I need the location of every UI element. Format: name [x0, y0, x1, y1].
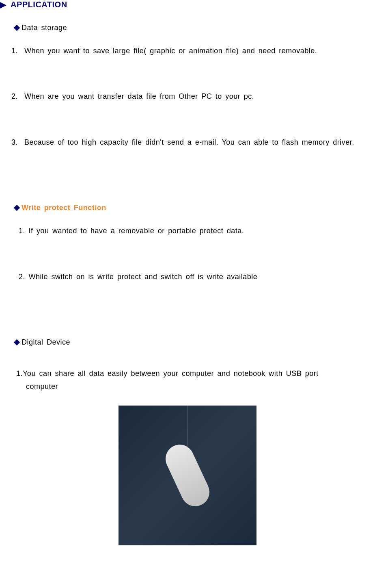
- subsection-label: Digital Device: [22, 338, 70, 347]
- list-text: When you want to save large file( graphi…: [24, 44, 375, 57]
- subsection-label: Write protect Function: [22, 204, 106, 212]
- list-number: 1.: [16, 367, 23, 380]
- list-text: 2. While switch on is write protect and …: [19, 273, 257, 281]
- subsection-data-storage: Data storage: [0, 24, 375, 32]
- list-item: 1. When you want to save large file( gra…: [0, 44, 375, 57]
- list-number: 2.: [11, 90, 18, 103]
- list-text: You can share all data easily between yo…: [23, 367, 319, 380]
- subsection-write-protect: Write protect Function: [0, 204, 375, 212]
- list-number: 1.: [11, 44, 18, 57]
- triangle-right-icon: [0, 2, 6, 9]
- list-text: When are you want transfer data file fro…: [24, 90, 375, 103]
- section-header: APPLICATION: [0, 0, 375, 9]
- product-image: [119, 406, 256, 545]
- list-item: 1. You can share all data easily between…: [0, 367, 375, 393]
- subsection-digital-device: Digital Device: [0, 338, 375, 347]
- product-image-container: [0, 406, 375, 547]
- diamond-icon: [14, 25, 20, 31]
- list-item: 2. When are you want transfer data file …: [0, 90, 375, 103]
- page-title: APPLICATION: [11, 0, 67, 9]
- list-text: computer: [16, 380, 375, 393]
- list-item: 3. Because of too high capacity file did…: [0, 136, 375, 149]
- list-item: 2. While switch on is write protect and …: [0, 270, 375, 283]
- subsection-label: Data storage: [22, 24, 67, 32]
- list-text: Because of too high capacity file didn't…: [24, 136, 375, 149]
- list-number: 3.: [11, 136, 18, 149]
- list-text: 1. If you wanted to have a removable or …: [19, 227, 244, 235]
- diamond-icon: [14, 339, 20, 346]
- list-item: 1. If you wanted to have a removable or …: [0, 224, 375, 237]
- diamond-icon: [14, 205, 20, 211]
